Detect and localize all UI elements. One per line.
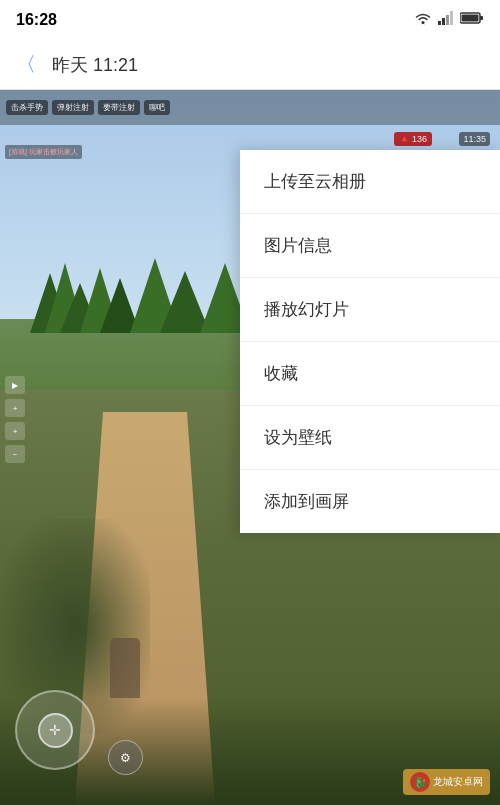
context-menu: 上传至云相册 图片信息 播放幻灯片 收藏 设为壁纸 添加到画屏 <box>240 150 500 533</box>
status-time: 16:28 <box>16 11 57 29</box>
side-btn-3: + <box>5 422 25 440</box>
game-btn-2: 弹射注射 <box>52 100 94 115</box>
side-btn-2: + <box>5 399 25 417</box>
menu-item-upload-cloud[interactable]: 上传至云相册 <box>240 150 500 214</box>
game-side-buttons: ▶ + + − <box>5 376 25 463</box>
svg-point-0 <box>422 21 425 24</box>
watermark: 🐉 龙城安卓网 <box>403 769 490 795</box>
svg-rect-2 <box>442 18 445 25</box>
joystick: ✛ <box>15 690 95 770</box>
svg-rect-7 <box>462 15 479 22</box>
game-btn-3: 要带注射 <box>98 100 140 115</box>
main-content: 击杀手势 弹射注射 要带注射 聊吧 🔺 136 11:35 ▶ <box>0 90 500 805</box>
game-btn-1: 击杀手势 <box>6 100 48 115</box>
nav-bar: 〈 昨天 11:21 <box>0 40 500 90</box>
menu-item-image-info[interactable]: 图片信息 <box>240 214 500 278</box>
svg-rect-1 <box>438 21 441 25</box>
menu-item-add-to-screen[interactable]: 添加到画屏 <box>240 470 500 533</box>
menu-item-set-wallpaper[interactable]: 设为壁纸 <box>240 406 500 470</box>
menu-item-favorite[interactable]: 收藏 <box>240 342 500 406</box>
svg-rect-3 <box>446 15 449 25</box>
game-top-bar: 击杀手势 弹射注射 要带注射 聊吧 <box>0 90 500 125</box>
player-count-badge: 🔺 136 <box>394 132 432 146</box>
wifi-icon <box>414 11 432 29</box>
nav-title: 昨天 11:21 <box>52 53 138 77</box>
kill-feed: [游戏] 玩家击败玩家人 <box>5 145 82 159</box>
action-button: ⚙ <box>108 740 143 775</box>
svg-rect-6 <box>480 16 483 20</box>
menu-item-slideshow[interactable]: 播放幻灯片 <box>240 278 500 342</box>
character-silhouette <box>110 638 140 698</box>
game-btn-4: 聊吧 <box>144 100 170 115</box>
signal-icon <box>438 11 454 29</box>
battery-icon <box>460 11 484 29</box>
watermark-icon: 🐉 <box>410 772 430 792</box>
back-button[interactable]: 〈 昨天 11:21 <box>16 51 138 78</box>
player-count: 🔺 <box>399 134 410 144</box>
side-btn-1: ▶ <box>5 376 25 394</box>
svg-rect-4 <box>450 11 453 25</box>
joystick-inner: ✛ <box>38 713 73 748</box>
status-icons <box>414 11 484 29</box>
side-btn-4: − <box>5 445 25 463</box>
game-timer: 11:35 <box>459 132 490 146</box>
back-icon: 〈 <box>16 51 36 78</box>
status-bar: 16:28 <box>0 0 500 40</box>
